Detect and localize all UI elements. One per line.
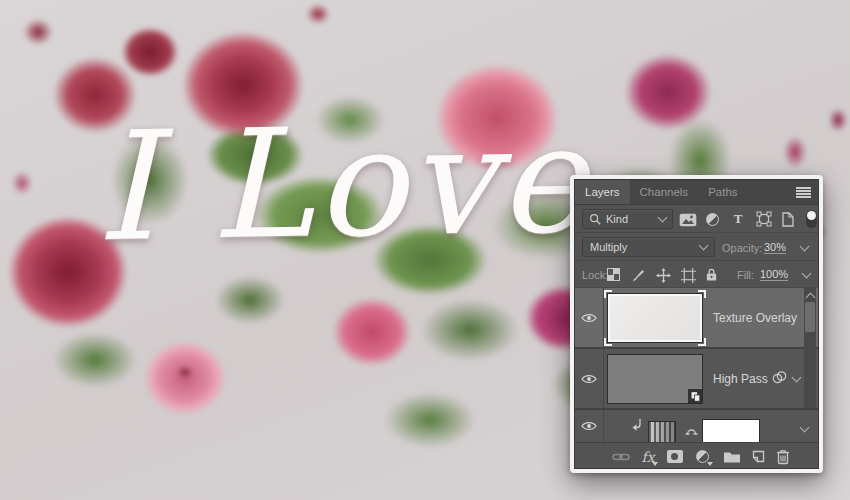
filter-toggle[interactable] — [805, 209, 817, 228]
panel-tab-bar: Layers Channels Paths — [575, 180, 818, 205]
padlock-icon — [705, 267, 718, 282]
smart-filter-chevron-icon[interactable] — [792, 373, 802, 383]
layer-row-high-pass[interactable]: High Pass — [575, 349, 818, 408]
checkerboard-icon — [607, 268, 620, 281]
blend-row: Multiply Opacity: 30% — [575, 233, 818, 261]
artwork-text: I Love — [95, 104, 592, 263]
gradient-fill-thumbnail[interactable] — [649, 422, 675, 442]
layer-list: Texture Overlay High Pass — [575, 288, 818, 442]
pixel-layer-filter-icon[interactable] — [678, 212, 697, 227]
visibility-toggle[interactable] — [575, 410, 604, 442]
fill-value[interactable]: 100% — [760, 268, 788, 281]
layer-row-texture-overlay[interactable]: Texture Overlay — [575, 288, 818, 347]
layer-name[interactable]: High Pass — [713, 372, 768, 386]
fill-chevron-icon[interactable] — [802, 269, 812, 279]
panel-menu-icon[interactable] — [796, 187, 811, 198]
panel-bottom-toolbar: fx — [575, 442, 818, 469]
add-layer-mask-button[interactable] — [666, 443, 683, 469]
delete-layer-button[interactable] — [775, 443, 790, 469]
scrollbar-thumb[interactable] — [805, 302, 815, 332]
eye-icon — [581, 374, 597, 384]
lock-label: Lock: — [582, 269, 608, 281]
fill-label: Fill: — [737, 269, 754, 281]
smart-object-filter-icon[interactable] — [782, 211, 794, 227]
layer-list-scrollbar[interactable] — [804, 288, 816, 408]
visibility-toggle[interactable] — [575, 349, 604, 408]
page-icon — [782, 212, 794, 227]
scroll-up-icon[interactable] — [806, 293, 816, 303]
lock-transparency-button[interactable] — [607, 268, 620, 281]
eye-icon — [581, 421, 597, 431]
adjustment-dropdown-triangle — [707, 462, 713, 466]
chevron-down-icon — [658, 213, 668, 223]
tab-layers[interactable]: Layers — [575, 180, 630, 204]
toggle-pill-icon — [806, 210, 817, 228]
thumbnail-corner-tick — [698, 338, 706, 346]
layer-name[interactable]: Texture Overlay — [713, 311, 797, 325]
half-circle-icon — [706, 213, 719, 226]
search-icon — [589, 213, 601, 225]
lock-position-button[interactable] — [655, 267, 671, 283]
kind-filter-dropdown[interactable]: Kind — [582, 209, 673, 229]
move-arrows-icon — [656, 268, 671, 283]
new-group-button[interactable] — [722, 443, 741, 469]
clipping-mask-arrow-icon — [631, 418, 643, 432]
link-layers-button[interactable] — [611, 443, 631, 469]
row-chevron-icon[interactable] — [800, 423, 810, 433]
layer-mask-icon — [667, 450, 683, 463]
layer-filter-row: Kind T — [575, 205, 818, 233]
layer-style-button[interactable]: fx — [639, 443, 657, 469]
tab-paths[interactable]: Paths — [698, 180, 747, 204]
brush-icon — [631, 268, 646, 283]
smart-object-badge-icon — [688, 389, 703, 404]
type-layer-filter-icon[interactable]: T — [731, 211, 745, 227]
adjustment-layer-filter-icon[interactable] — [705, 212, 719, 226]
eye-icon — [581, 313, 597, 323]
layer-mask-thumbnail[interactable] — [703, 420, 759, 442]
opacity-chevron-icon[interactable] — [800, 242, 810, 252]
artboard-frame-icon — [681, 268, 696, 283]
visibility-toggle[interactable] — [575, 288, 604, 347]
blend-mode-dropdown[interactable]: Multiply — [582, 237, 715, 257]
thumbnail-corner-tick — [604, 338, 612, 346]
lock-all-button[interactable] — [704, 266, 718, 282]
type-letter-icon: T — [734, 211, 743, 227]
folder-icon — [723, 450, 741, 463]
lock-row: Lock: Fill: 100% — [575, 261, 818, 288]
lock-artboard-button[interactable] — [680, 267, 696, 283]
layers-panel-inner: Layers Channels Paths Kind — [574, 179, 819, 469]
trash-icon — [776, 449, 790, 465]
new-adjustment-layer-button[interactable] — [695, 443, 710, 469]
smart-filter-icon[interactable] — [771, 370, 788, 384]
thumbnail-corner-tick — [698, 290, 706, 298]
chevron-down-icon — [699, 241, 709, 251]
layer-thumbnail[interactable] — [608, 355, 702, 403]
blend-mode-value: Multiply — [590, 241, 627, 253]
photoshop-canvas[interactable]: I Love Layers Channels Paths Kind — [0, 0, 850, 500]
opacity-value[interactable]: 30% — [764, 241, 786, 254]
chain-link-icon — [612, 452, 630, 462]
layer-thumbnail[interactable] — [608, 294, 702, 342]
new-layer-button[interactable] — [751, 443, 766, 469]
shape-box-icon — [756, 211, 772, 227]
new-layer-icon — [751, 449, 766, 464]
kind-filter-label: Kind — [606, 213, 628, 225]
layers-panel: Layers Channels Paths Kind — [570, 175, 823, 473]
opacity-label: Opacity: — [722, 242, 762, 254]
lock-pixels-button[interactable] — [630, 267, 646, 283]
shape-layer-filter-icon[interactable] — [756, 211, 772, 227]
layer-row-clipped-adjustment[interactable] — [575, 410, 818, 442]
mask-link-icon[interactable] — [684, 424, 698, 436]
image-icon — [679, 213, 697, 227]
thumbnail-corner-tick — [604, 290, 612, 298]
tab-channels[interactable]: Channels — [630, 180, 699, 204]
fx-dropdown-triangle — [652, 462, 658, 466]
